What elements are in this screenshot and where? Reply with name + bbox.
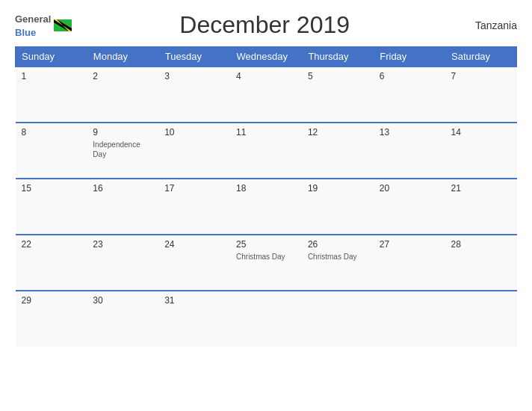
logo-blue: Blue	[15, 27, 36, 38]
cell-date-number: 8	[22, 127, 81, 137]
cell-date-number: 26	[308, 239, 368, 250]
calendar-cell-w2-d2: 9Independence Day	[87, 123, 158, 179]
calendar-cell-w2-d4: 11	[230, 123, 302, 179]
cell-date-number: 17	[164, 183, 224, 194]
cell-date-number: 16	[93, 183, 152, 194]
cell-date-number: 28	[451, 239, 511, 250]
calendar-cell-w2-d6: 13	[374, 123, 445, 179]
cell-date-number: 29	[22, 295, 81, 306]
calendar-cell-w3-d1: 15	[16, 179, 87, 235]
logo-general: General	[15, 13, 51, 25]
calendar-table: Sunday Monday Tuesday Wednesday Thursday…	[15, 46, 517, 347]
cell-date-number: 14	[451, 127, 511, 137]
cell-date-number: 30	[93, 295, 152, 306]
cell-date-number: 3	[164, 71, 224, 81]
calendar-body: 123456789Independence Day101112131415161…	[16, 67, 517, 347]
calendar-cell-w1-d5: 5	[302, 67, 374, 123]
logo: General Blue	[15, 12, 72, 39]
week-row-4: 22232425Christmas Day26Christmas Day2728	[16, 235, 517, 291]
calendar-cell-w3-d4: 18	[230, 179, 302, 235]
calendar-page: General Blue December 2019 Tanzania Sund…	[0, 0, 532, 411]
calendar-cell-w2-d3: 10	[158, 123, 230, 179]
cell-date-number: 25	[236, 239, 296, 250]
calendar-header-row: Sunday Monday Tuesday Wednesday Thursday…	[16, 47, 517, 67]
calendar-cell-w2-d1: 8	[16, 123, 87, 179]
calendar-cell-w4-d5: 26Christmas Day	[302, 235, 374, 291]
cell-date-number: 4	[236, 71, 296, 81]
week-row-2: 89Independence Day1011121314	[16, 123, 517, 179]
cell-date-number: 18	[236, 183, 296, 194]
cell-date-number: 15	[22, 183, 81, 194]
col-tuesday: Tuesday	[158, 47, 230, 67]
col-sunday: Sunday	[16, 47, 87, 67]
cell-date-number: 20	[380, 183, 439, 194]
calendar-title: December 2019	[72, 11, 457, 39]
logo-text: General Blue	[15, 12, 51, 39]
calendar-cell-w3-d7: 21	[445, 179, 517, 235]
cell-event-label: Christmas Day	[308, 252, 368, 262]
calendar-cell-w5-d7	[445, 291, 517, 347]
col-friday: Friday	[374, 47, 445, 67]
cell-date-number: 10	[164, 127, 224, 137]
calendar-cell-w1-d1: 1	[16, 67, 87, 123]
calendar-country: Tanzania	[457, 19, 517, 31]
cell-date-number: 31	[164, 295, 224, 306]
cell-date-number: 9	[93, 127, 152, 137]
week-row-5: 293031	[16, 291, 517, 347]
logo-flag-icon	[54, 19, 72, 31]
week-row-1: 1234567	[16, 67, 517, 123]
week-row-3: 15161718192021	[16, 179, 517, 235]
calendar-cell-w5-d3: 31	[158, 291, 230, 347]
calendar-cell-w5-d2: 30	[87, 291, 158, 347]
calendar-cell-w4-d3: 24	[158, 235, 230, 291]
cell-date-number: 27	[380, 239, 439, 250]
calendar-cell-w1-d6: 6	[374, 67, 445, 123]
calendar-cell-w3-d2: 16	[87, 179, 158, 235]
cell-date-number: 12	[308, 127, 368, 137]
cell-event-label: Independence Day	[93, 140, 152, 159]
cell-date-number: 5	[308, 71, 368, 81]
calendar-cell-w4-d2: 23	[87, 235, 158, 291]
cell-date-number: 1	[22, 71, 81, 81]
calendar-cell-w5-d1: 29	[16, 291, 87, 347]
cell-date-number: 19	[308, 183, 368, 194]
cell-date-number: 7	[451, 71, 511, 81]
cell-date-number: 11	[236, 127, 296, 137]
cell-date-number: 21	[451, 183, 511, 194]
col-saturday: Saturday	[445, 47, 517, 67]
calendar-cell-w2-d5: 12	[302, 123, 374, 179]
calendar-cell-w1-d7: 7	[445, 67, 517, 123]
calendar-cell-w2-d7: 14	[445, 123, 517, 179]
calendar-cell-w1-d3: 3	[158, 67, 230, 123]
col-wednesday: Wednesday	[230, 47, 302, 67]
cell-event-label: Christmas Day	[236, 252, 296, 262]
calendar-cell-w3-d6: 20	[374, 179, 445, 235]
cell-date-number: 2	[93, 71, 152, 81]
cell-date-number: 6	[380, 71, 439, 81]
calendar-header: General Blue December 2019 Tanzania	[15, 11, 517, 39]
calendar-cell-w4-d6: 27	[374, 235, 445, 291]
col-monday: Monday	[87, 47, 158, 67]
cell-date-number: 22	[22, 239, 81, 250]
col-thursday: Thursday	[302, 47, 374, 67]
calendar-cell-w5-d5	[302, 291, 374, 347]
calendar-cell-w5-d6	[374, 291, 445, 347]
calendar-cell-w4-d1: 22	[16, 235, 87, 291]
calendar-cell-w3-d3: 17	[158, 179, 230, 235]
calendar-cell-w4-d4: 25Christmas Day	[230, 235, 302, 291]
calendar-cell-w1-d2: 2	[87, 67, 158, 123]
cell-date-number: 13	[380, 127, 439, 137]
calendar-cell-w5-d4	[230, 291, 302, 347]
cell-date-number: 24	[164, 239, 224, 250]
calendar-cell-w4-d7: 28	[445, 235, 517, 291]
calendar-cell-w1-d4: 4	[230, 67, 302, 123]
calendar-cell-w3-d5: 19	[302, 179, 374, 235]
cell-date-number: 23	[93, 239, 152, 250]
